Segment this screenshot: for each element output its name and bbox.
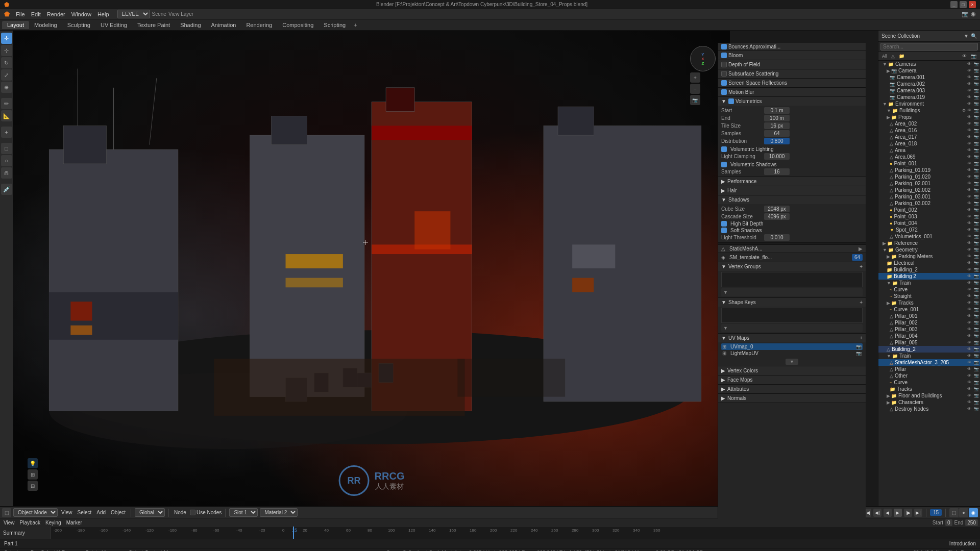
bloom-section[interactable]: Bloom xyxy=(718,51,866,60)
outliner-pillar-004[interactable]: △ Pillar_004 👁📷 xyxy=(878,333,980,339)
tab-uv-editing[interactable]: UV Editing xyxy=(95,21,132,29)
outliner-curve-001[interactable]: ~ Curve_001 👁📷 xyxy=(878,306,980,313)
viewport[interactable]: Object Mode Edit Mode View Select Add Ob… xyxy=(13,31,730,506)
outliner-search-input[interactable] xyxy=(880,43,978,51)
maximize-btn[interactable]: □ xyxy=(960,1,967,8)
bottom-node[interactable]: Node xyxy=(173,510,188,515)
outliner-train-2[interactable]: ▼ 📁 Train 👁📷 xyxy=(878,353,980,359)
outliner-camera-003[interactable]: 📷 Camera.003 👁📷 xyxy=(878,87,980,94)
outliner-parking-02-001[interactable]: △ Parking_02.001 👁📷 xyxy=(878,180,980,187)
bottom-add[interactable]: Add xyxy=(95,510,107,515)
tool-scale[interactable]: ⤢ xyxy=(1,69,12,81)
timeline-marker[interactable]: Marker xyxy=(65,520,84,525)
start-value[interactable]: 0 xyxy=(945,519,952,526)
compositing-icon[interactable]: ◉ xyxy=(971,11,976,17)
outliner-filter-icon[interactable]: ▼ xyxy=(964,33,969,39)
tool-rotate[interactable]: ↻ xyxy=(1,57,12,68)
outliner-parking-03-001[interactable]: △ Parking_03.001 👁📷 xyxy=(878,193,980,200)
timeline-playback[interactable]: Playback xyxy=(18,520,42,525)
outliner-reference[interactable]: ▶ 📁 Reference 👁📷 xyxy=(878,240,980,246)
depth-of-field-section[interactable]: Depth of Field xyxy=(718,60,866,69)
tab-sculpting[interactable]: Sculpting xyxy=(62,21,95,29)
outliner-area-069[interactable]: △ Area.069 👁📷 xyxy=(878,154,980,160)
tool-annotate[interactable]: ✏ xyxy=(1,98,12,109)
camera-toggle[interactable]: 📷 xyxy=(690,95,700,105)
vertex-colors-section[interactable]: ▶ Vertex Colors xyxy=(718,366,866,375)
outliner-geometry[interactable]: ▼ 📁 Geometry 👁📷 xyxy=(878,246,980,253)
tool-cursor[interactable]: ✛ xyxy=(1,33,12,44)
outliner-building-2-mesh[interactable]: 📁 Building 2 👁📷 xyxy=(878,273,980,280)
outliner-parking-03-002[interactable]: △ Parking_03.002 👁📷 xyxy=(878,200,980,207)
vol-tilesize-value[interactable]: 16 px xyxy=(764,122,790,129)
cube-size-value[interactable]: 2048 px xyxy=(764,206,790,212)
outliner-camera-019[interactable]: 📷 Camera.019 👁📷 xyxy=(878,94,980,101)
tool-eyedropper[interactable]: 💉 xyxy=(1,184,12,195)
outliner-area[interactable]: △ Area 👁📷 xyxy=(878,147,980,154)
filter-objects[interactable]: △ xyxy=(890,53,896,59)
bottom-object[interactable]: Object xyxy=(109,510,127,515)
vol-dist-value[interactable]: 0.800 xyxy=(764,138,790,144)
viewport-canvas[interactable]: RR RRCG 人人素材 xyxy=(13,31,730,506)
bottom-global[interactable]: Global xyxy=(135,508,165,517)
tool-move[interactable]: ⊹ xyxy=(1,45,12,56)
outliner-electrical[interactable]: 📁 Electrical 👁📷 xyxy=(878,260,980,266)
menu-window[interactable]: Window xyxy=(68,11,94,17)
lightmap-uv-item[interactable]: ⊞ LightMapUV 📷 xyxy=(721,350,863,357)
volumetrics-section[interactable]: ▼ Volumetrics xyxy=(718,97,866,106)
vertex-groups-section[interactable]: ▼ Vertex Groups + xyxy=(718,262,866,271)
outliner-spot-072[interactable]: ▼ Spot_072 👁📷 xyxy=(878,227,980,233)
outliner-tracks[interactable]: ▶ 📁 Tracks 👁📷 xyxy=(878,299,980,306)
tool-transform[interactable]: ⊕ xyxy=(1,82,12,93)
tab-rendering[interactable]: Rendering xyxy=(241,21,277,29)
timeline-keying[interactable]: Keying xyxy=(44,520,63,525)
normals-section[interactable]: ▶ Normals xyxy=(718,394,866,403)
outliner-camera-main[interactable]: ▶ 📷 Camera 👁📷 xyxy=(878,67,980,74)
filter-collections[interactable]: 📁 xyxy=(897,53,906,59)
outliner-parking-01-019[interactable]: △ Parking_01.019 👁📷 xyxy=(878,167,980,173)
menu-help[interactable]: Help xyxy=(94,11,112,17)
play-reverse-btn[interactable]: ◀ xyxy=(884,509,892,517)
tool-add[interactable]: + xyxy=(1,127,12,138)
outliner-pillar-001[interactable]: △ Pillar_001 👁📷 xyxy=(878,313,980,319)
slot-select[interactable]: Slot 1 xyxy=(229,508,258,517)
outliner-pillar-002[interactable]: △ Pillar_002 👁📷 xyxy=(878,319,980,326)
outliner-point-003[interactable]: ● Point_003 👁📷 xyxy=(878,213,980,220)
material-select[interactable]: Material 2 xyxy=(260,508,298,517)
tab-scripting[interactable]: Scripting xyxy=(318,21,351,29)
outliner-pillar[interactable]: △ Pillar 👁📷 xyxy=(878,366,980,372)
prev-keyframe-btn[interactable]: ◀| xyxy=(873,509,881,517)
render-icon[interactable]: 📷 xyxy=(962,11,969,17)
vol-shadow-samples-value[interactable]: 16 xyxy=(764,168,790,175)
attributes-section[interactable]: ▶ Attributes xyxy=(718,385,866,393)
timeline-ruler[interactable]: Summary -200 -180 -160 -140 -120 -100 -8… xyxy=(0,527,980,539)
outliner-train[interactable]: ▼ 📁 Train 👁📷 xyxy=(878,280,980,286)
outliner-area-002[interactable]: △ Area_002 👁📷 xyxy=(878,120,980,127)
tool-select-circle[interactable]: ○ xyxy=(1,155,12,166)
uv-maps-search[interactable]: ▼ xyxy=(786,359,798,365)
rb-icon-3[interactable]: ◉ xyxy=(969,508,978,517)
outliner-tracks-2[interactable]: 📁 Tracks 👁📷 xyxy=(878,386,980,392)
bottom-select[interactable]: Select xyxy=(76,510,93,515)
motion-blur-section[interactable]: Motion Blur xyxy=(718,88,866,96)
light-icon-2[interactable]: ⊞ xyxy=(28,469,38,480)
outliner-point-004[interactable]: ● Point_004 👁📷 xyxy=(878,220,980,227)
bottom-object-mode[interactable]: Object Mode xyxy=(13,508,58,517)
tab-compositing[interactable]: Compositing xyxy=(277,21,318,29)
vertex-groups-add[interactable]: + xyxy=(860,264,863,269)
bottom-view[interactable]: View xyxy=(60,510,74,515)
shape-keys-section[interactable]: ▼ Shape Keys + xyxy=(718,298,866,307)
sss-section[interactable]: Subsurface Scattering xyxy=(718,69,866,78)
tool-measure[interactable]: 📐 xyxy=(1,110,12,121)
outliner-characters[interactable]: ▶ 📁 Characters 👁📷 xyxy=(878,399,980,406)
close-btn[interactable]: × xyxy=(969,1,976,8)
light-clamping-value[interactable]: 10.000 xyxy=(764,153,790,160)
outliner-area-018[interactable]: △ Area_018 👁📷 xyxy=(878,140,980,147)
outliner-straight[interactable]: ~ Straight 👁📷 xyxy=(878,293,980,299)
tab-add[interactable]: + xyxy=(351,21,360,29)
zoom-in-btn[interactable]: + xyxy=(690,72,700,83)
outliner-search-icon[interactable]: 🔍 xyxy=(971,33,977,39)
go-end-btn[interactable]: ▶| xyxy=(914,509,922,517)
tab-modeling[interactable]: Modeling xyxy=(29,21,62,29)
play-btn[interactable]: ▶ xyxy=(894,509,902,517)
vol-start-value[interactable]: 0.1 m xyxy=(764,107,790,114)
